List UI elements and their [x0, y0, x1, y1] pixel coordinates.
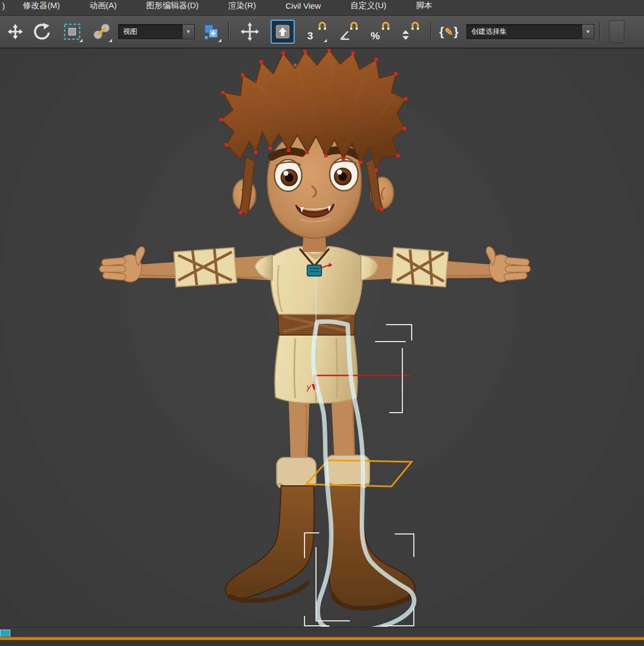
menu-item-modifiers[interactable]: 修改器(M) — [8, 1, 75, 11]
named-selection-set-value: 创建选择集 — [467, 25, 511, 39]
character-left-wrist-wrap — [174, 248, 237, 287]
select-and-rotate-button[interactable] — [30, 20, 54, 44]
keyboard-override-icon — [274, 24, 291, 40]
toolbar-separator — [228, 22, 230, 42]
clipped-toolbar-button[interactable] — [609, 20, 624, 43]
angle-icon — [339, 29, 351, 41]
move-icon — [7, 24, 24, 40]
magnet-icon — [318, 21, 327, 30]
spinner-arrows-icon — [400, 29, 411, 41]
spinner-snap-toggle-button[interactable] — [397, 20, 421, 44]
manipulate-icon — [241, 22, 259, 41]
selection-region-icon — [63, 23, 81, 40]
named-selection-set-dropdown[interactable]: 创建选择集 ▼ — [466, 24, 594, 39]
menu-item-clipped[interactable]: ) — [0, 1, 8, 10]
chevron-down-icon[interactable]: ▼ — [182, 25, 194, 39]
perspective-viewport[interactable]: y — [0, 49, 644, 627]
menu-item-rendering[interactable]: 渲染(R) — [213, 1, 271, 11]
toolbar-separator — [599, 22, 601, 42]
left-eye — [274, 160, 302, 191]
status-track-area — [0, 627, 644, 646]
character-left-boot — [226, 486, 314, 601]
percent-glyph: % — [371, 31, 380, 41]
menu-item-graph-editors[interactable]: 图形编辑器(D) — [132, 1, 214, 11]
select-and-move-button[interactable] — [3, 20, 27, 44]
character-torso — [255, 246, 378, 314]
menu-item-animation[interactable]: 动画(A) — [75, 1, 132, 11]
braces-pencil-icon: {✎} — [439, 25, 458, 39]
menu-item-civil-view[interactable]: Civil View — [271, 1, 336, 10]
reference-coordinate-value: 视图 — [119, 25, 142, 39]
character-right-hand — [487, 246, 530, 282]
use-pivot-point-center-button[interactable] — [199, 20, 223, 44]
menu-bar: ) 修改器(M) 动画(A) 图形编辑器(D) 渲染(R) Civil View… — [0, 0, 644, 16]
percent-snap-toggle-button[interactable]: % — [368, 20, 392, 44]
character-right-boot — [328, 485, 415, 609]
bottom-panel — [0, 640, 644, 646]
angle-snap-toggle-button[interactable] — [336, 20, 360, 44]
right-eye — [330, 158, 358, 191]
select-and-link-button[interactable] — [90, 20, 114, 44]
keyboard-shortcut-override-toggle[interactable] — [271, 20, 295, 44]
snap-3d-glyph: 3 — [307, 31, 313, 41]
magnet-icon — [381, 21, 390, 30]
select-and-manipulate-button[interactable] — [238, 20, 262, 44]
magnet-icon — [411, 21, 420, 30]
selection-region-button[interactable] — [60, 20, 84, 44]
character-right-wrist-wrap — [391, 248, 448, 287]
edit-named-selection-sets-button[interactable]: {✎} — [437, 20, 461, 44]
menu-item-scripting[interactable]: 脚本 — [401, 1, 447, 11]
toolbar-separator — [430, 22, 432, 42]
rotate-icon — [33, 23, 50, 40]
main-toolbar: 视图 ▼ — [0, 16, 644, 49]
reference-coordinate-dropdown[interactable]: 视图 ▼ — [118, 24, 195, 39]
chevron-down-icon[interactable]: ▼ — [582, 25, 594, 39]
link-icon — [93, 23, 110, 40]
app-window: ) 修改器(M) 动画(A) 图形编辑器(D) 渲染(R) Civil View… — [0, 0, 644, 646]
snap-toggle-3d-button[interactable]: 3 — [305, 20, 329, 44]
magnet-icon — [349, 21, 359, 30]
menu-item-customize[interactable]: 自定义(U) — [336, 1, 401, 11]
character-left-hand — [99, 246, 144, 282]
pivot-center-icon — [202, 23, 220, 40]
